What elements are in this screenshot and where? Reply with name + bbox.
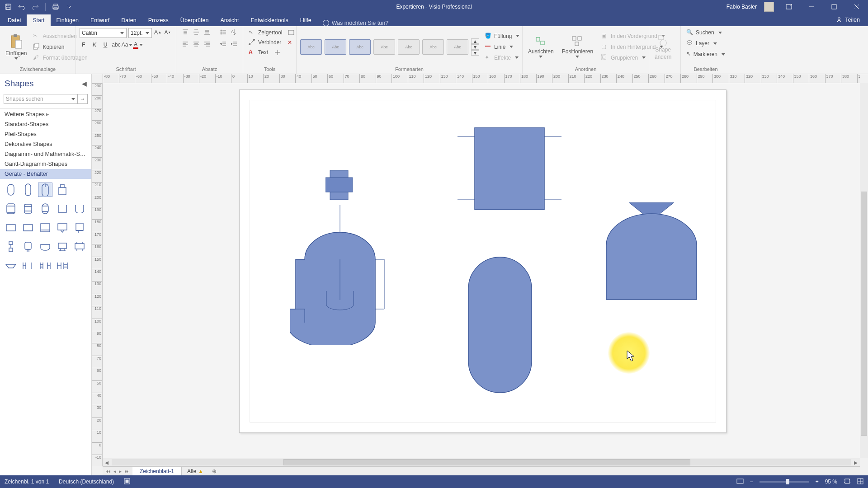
font-color-button[interactable]: A (134, 41, 142, 49)
stencil-shape[interactable] (38, 239, 52, 254)
underline-button[interactable]: U (101, 41, 109, 49)
user-avatar[interactable] (764, 2, 774, 12)
style-thumb-1[interactable]: Abc (300, 39, 322, 55)
tab-datei[interactable]: Datei (2, 14, 27, 26)
style-thumb-4[interactable]: Abc (373, 39, 395, 55)
stencil-shape[interactable] (55, 183, 70, 197)
stencil-shape[interactable] (38, 258, 52, 273)
vertical-scrollbar[interactable] (860, 83, 868, 458)
pagetab-next-icon[interactable]: ▸ (119, 468, 122, 474)
hscroll-right-icon[interactable]: ▸ (852, 458, 860, 466)
text-tool-button[interactable]: AText (247, 48, 270, 57)
cat-standard-shapes[interactable]: Standard-Shapes (0, 119, 91, 129)
font-name-combo[interactable]: Calibri (80, 28, 127, 38)
style-gallery-up-icon[interactable]: ▴ (471, 38, 479, 44)
tab-ansicht[interactable]: Ansicht (214, 14, 245, 26)
pointer-tool-button[interactable]: ↖Zeigertool (247, 28, 284, 37)
horizontal-scrollbar[interactable]: ◂ ▸ (103, 458, 860, 466)
stencil-shape[interactable] (38, 202, 52, 216)
stencil-shape[interactable] (4, 258, 18, 273)
italic-button[interactable]: K (90, 41, 99, 49)
line-button[interactable]: Linie (483, 42, 521, 52)
stencil-shape[interactable] (21, 221, 35, 235)
change-case-button[interactable]: Aa (123, 41, 131, 49)
align-left-icon[interactable] (181, 40, 189, 48)
shapes-search-input[interactable]: Shapes suchen (4, 94, 78, 104)
stencil-shape[interactable] (4, 239, 18, 254)
shape-bag[interactable] (604, 202, 699, 302)
align-bottom-icon[interactable] (203, 28, 211, 36)
zoom-slider-knob[interactable] (786, 479, 789, 484)
stencil-shape-selected[interactable] (38, 183, 52, 197)
shape-open-tank[interactable] (458, 127, 561, 211)
redo-icon[interactable] (32, 3, 39, 10)
style-thumb-3[interactable]: Abc (349, 39, 371, 55)
increase-font-icon[interactable]: A▲ (154, 28, 162, 36)
tab-einfuegen[interactable]: Einfügen (51, 14, 85, 26)
stencil-shape[interactable] (21, 202, 35, 216)
shapes-pane-collapse-icon[interactable]: ◀ (82, 80, 87, 87)
stencil-shape[interactable] (21, 239, 35, 254)
tab-prozess[interactable]: Prozess (142, 14, 175, 26)
cat-geraete-behaelter[interactable]: Geräte - Behälter (0, 169, 91, 179)
pan-zoom-window-icon[interactable] (857, 478, 863, 486)
tab-entwicklertools[interactable]: Entwicklertools (245, 14, 294, 26)
shapes-search-go-button[interactable]: → (78, 94, 88, 104)
decrease-indent-icon[interactable] (219, 40, 227, 48)
close-button[interactable] (849, 0, 864, 14)
position-button[interactable]: Positionieren (560, 36, 595, 58)
pagetab-first-icon[interactable]: ⏮ (105, 468, 111, 474)
share-button[interactable]: Teilen (828, 14, 868, 26)
align-right-icon[interactable] (203, 40, 211, 48)
maximize-button[interactable] (826, 0, 842, 14)
stencil-shape[interactable] (72, 239, 87, 254)
vertical-scrollbar-thumb[interactable] (861, 192, 867, 436)
qat-customize-icon[interactable] (66, 3, 73, 10)
fill-button[interactable]: 🪣Füllung (483, 32, 521, 41)
zoom-slider[interactable] (760, 481, 809, 483)
stencil-shape[interactable] (72, 202, 87, 216)
tab-daten[interactable]: Daten (115, 14, 142, 26)
shape-capsule-tank[interactable] (464, 253, 536, 394)
zoom-in-button[interactable]: + (816, 479, 819, 485)
style-gallery-down-icon[interactable]: ▾ (471, 44, 479, 50)
align-top-icon[interactable] (181, 28, 189, 36)
increase-indent-icon[interactable] (230, 40, 238, 48)
cat-diagramm-shapes[interactable]: Diagramm- und Mathematik-Sh... (0, 149, 91, 159)
drawing-page[interactable] (239, 89, 726, 433)
paste-button[interactable]: Einfügen (4, 34, 28, 60)
find-button[interactable]: 🔍Suchen (684, 28, 727, 37)
style-gallery-more-icon[interactable]: ▾ (471, 50, 479, 56)
rectangle-tool-icon[interactable] (288, 28, 295, 37)
tab-hilfe[interactable]: Hilfe (294, 14, 317, 26)
connector-tool-button[interactable]: Verbinder (247, 38, 283, 47)
select-button[interactable]: ↖Markieren (684, 50, 727, 59)
pagetab-prev-icon[interactable]: ◂ (113, 468, 116, 474)
page-tab-active[interactable]: Zeichenblatt-1 (132, 467, 182, 475)
style-thumb-7[interactable]: Abc (447, 39, 468, 55)
ribbon-display-options-icon[interactable] (781, 0, 797, 14)
tab-entwurf[interactable]: Entwurf (85, 14, 115, 26)
cat-dekorative-shapes[interactable]: Dekorative Shapes (0, 139, 91, 149)
layer-button[interactable]: Layer (684, 39, 727, 48)
stencil-shape[interactable] (4, 183, 18, 197)
page-tab-add-button[interactable]: ⊕ (209, 467, 220, 475)
tell-me-search[interactable]: Was möchten Sie tun? (323, 20, 388, 26)
stencil-shape[interactable] (4, 221, 18, 235)
style-thumb-2[interactable]: Abc (325, 39, 346, 55)
cat-pfeil-shapes[interactable]: Pfeil-Shapes (0, 129, 91, 139)
shape-agitator-top[interactable] (326, 170, 353, 206)
zoom-percent[interactable]: 95 % (825, 479, 837, 485)
effects-button[interactable]: ✦Effekte (483, 53, 521, 62)
stencil-shape[interactable] (55, 239, 70, 254)
align-center-icon[interactable] (192, 40, 200, 48)
hscroll-thumb[interactable] (283, 459, 690, 465)
cat-gantt-shapes[interactable]: Gantt-Diagramm-Shapes (0, 159, 91, 169)
status-presentation-icon[interactable] (736, 479, 744, 485)
page-tab-all[interactable]: Alle▲ (182, 467, 209, 475)
style-thumb-6[interactable]: Abc (422, 39, 444, 55)
tab-start[interactable]: Start (27, 14, 50, 26)
fit-page-icon[interactable] (844, 479, 851, 485)
stencil-shape[interactable] (21, 258, 35, 273)
change-shape-button[interactable]: Shape ändern (653, 34, 673, 60)
